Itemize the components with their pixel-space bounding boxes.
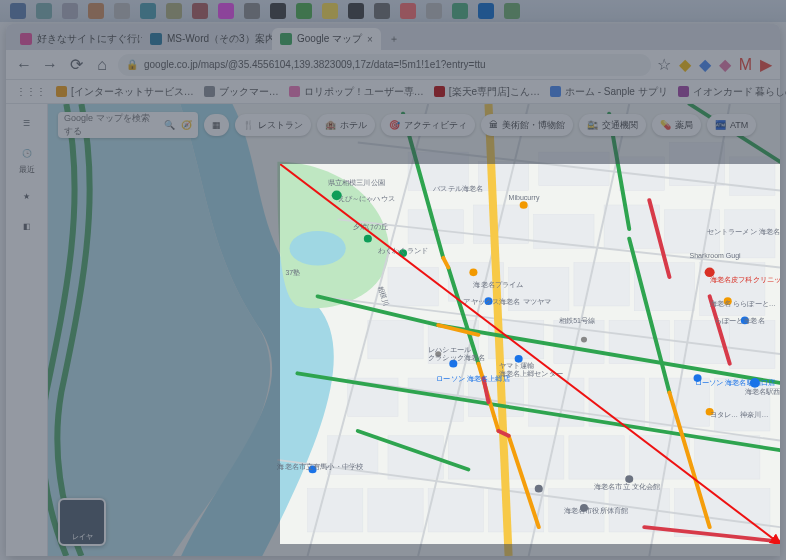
bookmark-favicon-icon (56, 86, 67, 97)
maps-sidebar: ☰ 🕒最近 ★ ◧ (6, 104, 48, 556)
new-tab-button[interactable]: ＋ (381, 28, 407, 50)
svg-rect-14 (388, 267, 438, 305)
svg-point-51 (469, 268, 477, 276)
dock-app-icon[interactable] (218, 3, 234, 19)
svg-text:海老名プライム: 海老名プライム (473, 281, 523, 288)
tab[interactable]: MS-Word（その3）案内の地図… × (142, 28, 272, 50)
dock-app-icon[interactable] (10, 3, 26, 19)
svg-point-64 (625, 475, 633, 483)
forward-icon: → (42, 56, 58, 74)
bookmark-favicon-icon (434, 86, 445, 97)
menu-button[interactable]: ☰ (18, 114, 36, 132)
search-placeholder: Google マップを検索する (64, 112, 158, 138)
forward-button[interactable]: → (40, 55, 60, 75)
chip-hotels[interactable]: 🏨ホテル (317, 114, 375, 136)
clock-icon: 🕒 (18, 144, 36, 162)
macos-dock (0, 0, 786, 22)
dock-app-icon[interactable] (426, 3, 442, 19)
hotel-icon: 🏨 (325, 120, 336, 130)
dock-app-icon[interactable] (452, 3, 468, 19)
museum-icon: 🏛 (489, 120, 498, 130)
svg-text:わくわくランド: わくわくランド (378, 247, 428, 255)
bookmark-item[interactable]: イオンカード 暮らしの… (678, 85, 786, 99)
bookmark-item[interactable]: ブックマー… (204, 85, 279, 99)
reload-button[interactable]: ⟳ (66, 55, 86, 75)
svg-text:ローソン 海老名駅西口店: ローソン 海老名駅西口店 (695, 379, 776, 386)
bookmark-item[interactable]: [インターネットサービス… (56, 85, 194, 99)
back-button[interactable]: ← (14, 55, 34, 75)
svg-text:海老名 ららぽーと…: 海老名 ららぽーと… (710, 300, 776, 308)
dock-app-icon[interactable] (374, 3, 390, 19)
tab[interactable]: 好きなサイトにすぐ行けるナビゲー… × (12, 28, 142, 50)
svg-rect-31 (589, 378, 644, 426)
dock-app-icon[interactable] (322, 3, 338, 19)
maps-top-controls: Google マップを検索する 🔍 🧭 ▦ 🍴レストラン 🏨ホテル 🎯アクティビ… (58, 112, 756, 138)
dock-app-icon[interactable] (244, 3, 260, 19)
dock-app-icon[interactable] (504, 3, 520, 19)
dock-app-icon[interactable] (36, 3, 52, 19)
svg-rect-39 (629, 436, 689, 479)
bookmark-favicon-icon (204, 86, 215, 97)
chip-pharmacy[interactable]: 💊薬局 (652, 114, 701, 136)
panel-button[interactable]: ◧ (18, 217, 36, 235)
svg-text:ヨタレ… 神奈川…: ヨタレ… 神奈川… (710, 411, 769, 419)
map-canvas[interactable]: 県立相模三川公園 えび～にゃハウス 夕焼けの丘 わくわくランド 37塾 パステル… (6, 104, 780, 556)
dock-app-icon[interactable] (192, 3, 208, 19)
svg-text:夕焼けの丘: 夕焼けの丘 (353, 223, 389, 231)
directions-icon[interactable]: 🧭 (181, 120, 192, 130)
dock-app-icon[interactable] (270, 3, 286, 19)
svg-rect-17 (574, 263, 629, 306)
dock-app-icon[interactable] (88, 3, 104, 19)
youtube-icon[interactable]: ▶ (760, 55, 772, 74)
dock-app-icon[interactable] (140, 3, 156, 19)
dock-app-icon[interactable] (62, 3, 78, 19)
star-icon: ★ (18, 187, 36, 205)
svg-text:37塾: 37塾 (285, 269, 300, 276)
home-icon: ⌂ (97, 56, 107, 74)
dock-app-icon[interactable] (400, 3, 416, 19)
svg-text:らぽーと海老名: らぽーと海老名 (715, 317, 765, 325)
layers-thumbnail[interactable]: レイヤ (58, 498, 106, 546)
chip-atm[interactable]: 🏧ATM (707, 114, 756, 136)
apps-icon[interactable]: ⋮⋮⋮ (16, 86, 46, 97)
bookmark-label: [インターネットサービス… (71, 85, 194, 99)
close-icon[interactable]: × (367, 34, 373, 45)
recent-button[interactable]: 🕒最近 (18, 144, 36, 175)
search-icon[interactable]: 🔍 (164, 120, 175, 130)
maps-search-box[interactable]: Google マップを検索する 🔍 🧭 (58, 112, 198, 138)
bookmark-item[interactable]: [楽天e専門店]こん… (434, 85, 540, 99)
svg-text:えび～にゃハウス: えび～にゃハウス (338, 195, 395, 203)
chip-layers[interactable]: ▦ (204, 114, 229, 136)
chip-museums[interactable]: 🏛美術館・博物館 (481, 114, 573, 136)
back-icon: ← (16, 56, 32, 74)
extension-icon[interactable]: ◆ (699, 55, 711, 74)
chip-activities[interactable]: 🎯アクティビティ (381, 114, 475, 136)
address-actions: ☆ ◆ ◆ ◆ M ▶ (657, 55, 772, 74)
bookmark-item[interactable]: ホーム - Sanple サプリ (550, 85, 668, 99)
gmail-icon[interactable]: M (739, 56, 752, 74)
chip-restaurants[interactable]: 🍴レストラン (235, 114, 311, 136)
chip-label: 交通機関 (602, 119, 638, 132)
dock-app-icon[interactable] (166, 3, 182, 19)
layers-label: レイヤ (72, 532, 93, 542)
saved-button[interactable]: ★ (18, 187, 36, 205)
extension-icon[interactable]: ◆ (719, 55, 731, 74)
google-maps-viewport[interactable]: ☰ 🕒最近 ★ ◧ Google マップを検索する 🔍 🧭 ▦ 🍴レストラン 🏨… (6, 104, 780, 556)
menu-icon: ☰ (18, 114, 36, 132)
dock-app-icon[interactable] (114, 3, 130, 19)
home-button[interactable]: ⌂ (92, 55, 112, 75)
svg-rect-38 (569, 436, 624, 479)
dock-app-icon[interactable] (296, 3, 312, 19)
dock-app-icon[interactable] (348, 3, 364, 19)
bookmark-item[interactable]: ロリポップ！ユーザー専… (289, 85, 424, 99)
star-icon[interactable]: ☆ (657, 55, 671, 74)
bookmark-label: ホーム - Sanple サプリ (565, 85, 668, 99)
address-bar: ← → ⟳ ⌂ 🔒 google.co.jp/maps/@35.4556104,… (6, 50, 780, 80)
svg-text:海老名駅西口交差: 海老名駅西口交差 (745, 389, 780, 397)
dock-app-icon[interactable] (478, 3, 494, 19)
chip-label: 美術館・博物館 (502, 119, 565, 132)
chip-transit[interactable]: 🚉交通機関 (579, 114, 646, 136)
tab-active[interactable]: Google マップ × (272, 28, 381, 50)
omnibox[interactable]: 🔒 google.co.jp/maps/@35.4556104,139.3823… (118, 54, 651, 76)
extension-icon[interactable]: ◆ (679, 55, 691, 74)
